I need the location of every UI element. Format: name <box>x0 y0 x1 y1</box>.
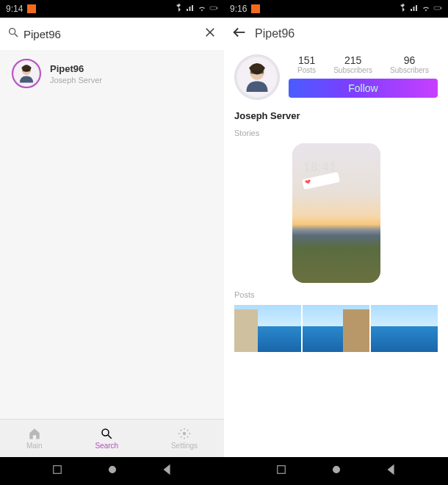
search-input[interactable] <box>24 28 203 40</box>
story-thumbnail[interactable]: 18:41 <box>292 143 380 283</box>
search-result-item[interactable]: Pipet96 Joseph Server <box>0 50 224 97</box>
bluetooth-icon <box>398 4 407 14</box>
signal-icon <box>410 4 419 14</box>
profile-avatar[interactable] <box>234 54 280 100</box>
svg-rect-12 <box>53 466 61 474</box>
nav-main[interactable]: Main <box>26 427 43 450</box>
status-notif-icon <box>27 4 36 13</box>
bluetooth-icon <box>174 4 183 14</box>
back-button[interactable] <box>231 24 248 43</box>
svg-rect-0 <box>210 7 217 10</box>
battery-icon <box>433 4 442 14</box>
profile-display-name: Joseph Server <box>234 110 438 121</box>
android-home-button[interactable] <box>330 463 343 479</box>
svg-line-3 <box>15 34 18 37</box>
svg-point-9 <box>102 429 109 436</box>
stat-value: 151 <box>297 54 316 66</box>
android-back-button[interactable] <box>161 463 174 479</box>
svg-point-13 <box>109 467 115 473</box>
result-display-name: Joseph Server <box>50 76 102 85</box>
follow-button[interactable]: Follow <box>289 79 438 98</box>
nav-settings[interactable]: Settings <box>171 427 198 450</box>
android-recents-button[interactable] <box>275 463 288 479</box>
battery-icon <box>209 4 218 14</box>
post-tile[interactable] <box>303 305 369 352</box>
wifi-icon <box>198 4 206 14</box>
avatar <box>12 59 41 88</box>
post-tile[interactable] <box>234 305 301 352</box>
android-back-button[interactable] <box>385 463 398 479</box>
svg-line-10 <box>109 435 112 439</box>
signal-icon <box>186 4 195 14</box>
posts-label: Posts <box>234 290 438 299</box>
nav-label: Settings <box>171 442 198 450</box>
nav-label: Search <box>95 442 118 450</box>
search-icon <box>7 26 19 41</box>
search-bar <box>0 18 224 50</box>
status-bar: 9:16 <box>224 0 448 18</box>
stat-value: 215 <box>333 54 372 66</box>
status-time: 9:14 <box>6 4 23 14</box>
stat-label: Posts <box>297 66 316 74</box>
profile-header: Pipet96 <box>224 18 448 50</box>
stat-following[interactable]: 96 Subscribers <box>390 54 429 74</box>
android-recents-button[interactable] <box>51 463 64 479</box>
svg-rect-1 <box>217 7 217 9</box>
stat-subscribers[interactable]: 215 Subscribers <box>333 54 372 74</box>
stat-label: Subscribers <box>390 66 429 74</box>
nav-search[interactable]: Search <box>95 427 118 450</box>
story-time-overlay: 18:41 <box>304 161 337 174</box>
svg-point-21 <box>333 467 339 473</box>
status-notif-icon <box>251 4 260 13</box>
page-title: Pipet96 <box>255 27 295 40</box>
android-nav-bar <box>224 457 448 485</box>
bottom-nav: Main Search Settings <box>0 419 224 457</box>
stat-value: 96 <box>390 54 429 66</box>
follow-button-label: Follow <box>348 82 377 94</box>
close-icon[interactable] <box>203 26 217 42</box>
svg-point-11 <box>183 432 187 436</box>
stat-posts[interactable]: 151 Posts <box>297 54 316 74</box>
svg-rect-19 <box>250 71 264 74</box>
svg-rect-14 <box>434 7 441 10</box>
stories-label: Stories <box>234 129 438 137</box>
post-tile[interactable] <box>371 305 438 352</box>
android-nav-bar <box>0 457 224 485</box>
svg-rect-8 <box>22 69 30 71</box>
svg-point-2 <box>10 29 15 35</box>
nav-label: Main <box>26 442 43 450</box>
status-time: 9:16 <box>230 4 247 14</box>
status-bar: 9:14 <box>0 0 224 18</box>
stat-label: Subscribers <box>333 66 372 74</box>
svg-rect-20 <box>277 466 285 474</box>
android-home-button[interactable] <box>106 463 119 479</box>
result-username: Pipet96 <box>50 63 102 74</box>
wifi-icon <box>422 4 430 14</box>
svg-rect-15 <box>441 7 441 9</box>
